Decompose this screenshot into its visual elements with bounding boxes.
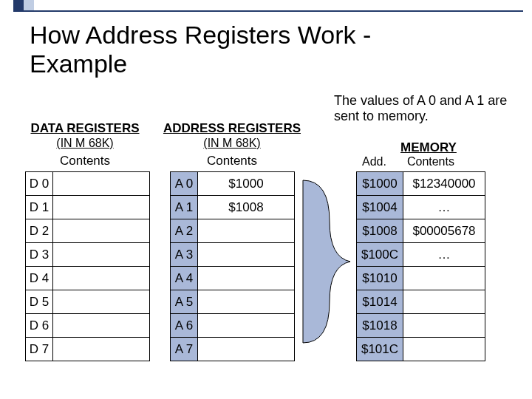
reg-label: D 1 xyxy=(26,196,53,219)
table-row: $1004… xyxy=(357,196,485,219)
memory-contents-label: Contents xyxy=(407,155,454,168)
address-registers-table: A 0$1000 A 1$1008 A 2 A 3 A 4 A 5 A 6 A … xyxy=(170,171,295,361)
reg-value xyxy=(198,290,295,314)
reg-label: A 7 xyxy=(171,338,198,361)
table-row: D 2 xyxy=(26,219,150,243)
table-row: $1000$12340000 xyxy=(357,172,485,196)
mem-addr: $1010 xyxy=(357,267,403,290)
reg-label: D 2 xyxy=(26,219,53,243)
table-row: D 1 xyxy=(26,196,150,219)
addr-reg-header: ADDRESS REGISTERS xyxy=(158,121,306,136)
annot-l1: The values of A 0 and A 1 are xyxy=(334,93,507,108)
table-row: $1008$00005678 xyxy=(357,219,485,243)
reg-label: D 0 xyxy=(26,172,53,196)
reg-value: $1008 xyxy=(198,196,295,219)
reg-value xyxy=(53,314,150,338)
table-row: D 0 xyxy=(26,172,150,196)
reg-value xyxy=(198,314,295,338)
reg-value xyxy=(198,267,295,290)
reg-label: A 3 xyxy=(171,243,198,267)
mem-addr: $1018 xyxy=(357,314,403,338)
mem-addr: $1000 xyxy=(357,172,403,196)
reg-value xyxy=(53,290,150,314)
reg-label: D 5 xyxy=(26,290,53,314)
table-row: A 4 xyxy=(171,267,295,290)
table-row: A 1$1008 xyxy=(171,196,295,219)
memory-header: MEMORY xyxy=(400,140,457,155)
mem-value: $12340000 xyxy=(403,172,485,196)
table-row: D 7 xyxy=(26,338,150,361)
table-row: D 6 xyxy=(26,314,150,338)
table-row: $1014 xyxy=(357,290,485,314)
table-row: A 7 xyxy=(171,338,295,361)
table-row: A 2 xyxy=(171,219,295,243)
title-line1: How Address Registers Work - xyxy=(30,21,371,49)
reg-value xyxy=(198,338,295,361)
mem-value: … xyxy=(403,196,485,219)
annot-l2: sent to memory. xyxy=(334,109,429,123)
slide-title: How Address Registers Work - Example xyxy=(30,21,371,78)
mem-value xyxy=(403,290,485,314)
reg-value: $1000 xyxy=(198,172,295,196)
data-reg-sub: (IN M 68K) xyxy=(22,136,148,151)
reg-value xyxy=(53,243,150,267)
table-row: A 3 xyxy=(171,243,295,267)
table-row: $1010 xyxy=(357,267,485,290)
memory-col-labels: Add. Contents xyxy=(362,155,454,168)
table-row: A 6 xyxy=(171,314,295,338)
mem-value xyxy=(403,314,485,338)
reg-value xyxy=(198,243,295,267)
reg-label: A 6 xyxy=(171,314,198,338)
table-row: A 5 xyxy=(171,290,295,314)
reg-label: D 7 xyxy=(26,338,53,361)
reg-label: D 6 xyxy=(26,314,53,338)
reg-label: A 0 xyxy=(171,172,198,196)
reg-label: A 1 xyxy=(171,196,198,219)
mem-addr: $1004 xyxy=(357,196,403,219)
corner-accent-light xyxy=(24,0,34,10)
data-registers-table: D 0 D 1 D 2 D 3 D 4 D 5 D 6 D 7 xyxy=(25,171,150,361)
reg-value xyxy=(53,172,150,196)
title-line2: Example xyxy=(30,50,127,78)
mem-value xyxy=(403,338,485,361)
reg-value xyxy=(53,267,150,290)
mem-value: … xyxy=(403,243,485,267)
mem-addr: $100C xyxy=(357,243,403,267)
reg-label: D 4 xyxy=(26,267,53,290)
reg-value xyxy=(53,338,150,361)
table-row: $100C… xyxy=(357,243,485,267)
reg-label: A 5 xyxy=(171,290,198,314)
table-row: D 5 xyxy=(26,290,150,314)
mem-addr: $1008 xyxy=(357,219,403,243)
data-reg-header: DATA REGISTERS xyxy=(22,121,148,136)
mem-value: $00005678 xyxy=(403,219,485,243)
mem-addr: $101C xyxy=(357,338,403,361)
reg-label: A 4 xyxy=(171,267,198,290)
table-row: D 3 xyxy=(26,243,150,267)
addr-reg-sub: (IN M 68K) xyxy=(158,136,306,151)
reg-label: D 3 xyxy=(26,243,53,267)
memory-add-label: Add. xyxy=(362,155,386,168)
reg-value xyxy=(198,219,295,243)
mem-value xyxy=(403,267,485,290)
addr-reg-contents-label: Contents xyxy=(158,154,306,168)
top-rule xyxy=(13,10,523,12)
brace-arrow-icon xyxy=(301,177,353,347)
table-row: $1018 xyxy=(357,314,485,338)
reg-value xyxy=(53,196,150,219)
reg-label: A 2 xyxy=(171,219,198,243)
corner-accent-dark xyxy=(13,0,24,10)
table-row: A 0$1000 xyxy=(171,172,295,196)
mem-addr: $1014 xyxy=(357,290,403,314)
table-row: $101C xyxy=(357,338,485,361)
annotation-text: The values of A 0 and A 1 are sent to me… xyxy=(334,93,519,123)
data-reg-contents-label: Contents xyxy=(22,154,148,168)
table-row: D 4 xyxy=(26,267,150,290)
memory-table: $1000$12340000 $1004… $1008$00005678 $10… xyxy=(356,171,485,361)
reg-value xyxy=(53,219,150,243)
